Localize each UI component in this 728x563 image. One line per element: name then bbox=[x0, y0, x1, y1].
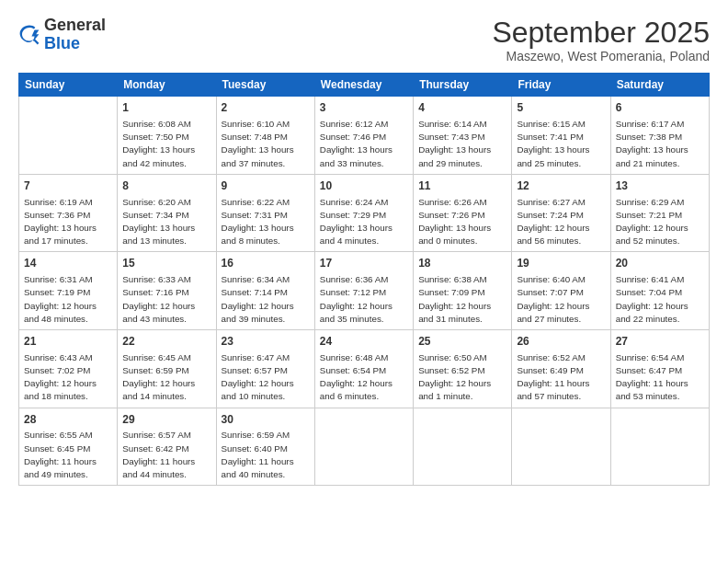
day-number: 6 bbox=[616, 100, 704, 116]
calendar-cell: 4Sunrise: 6:14 AMSunset: 7:43 PMDaylight… bbox=[414, 97, 512, 175]
calendar-cell: 29Sunrise: 6:57 AMSunset: 6:42 PMDayligh… bbox=[118, 408, 216, 486]
day-number: 26 bbox=[517, 334, 605, 350]
day-number: 17 bbox=[320, 256, 408, 271]
day-info: Sunrise: 6:52 AMSunset: 6:49 PMDaylight:… bbox=[517, 351, 605, 404]
day-info: Sunrise: 6:31 AMSunset: 7:19 PMDaylight:… bbox=[24, 273, 112, 326]
day-info: Sunrise: 6:17 AMSunset: 7:38 PMDaylight:… bbox=[616, 118, 704, 170]
calendar-cell: 8Sunrise: 6:20 AMSunset: 7:34 PMDaylight… bbox=[118, 174, 216, 252]
calendar-cell: 13Sunrise: 6:29 AMSunset: 7:21 PMDayligh… bbox=[610, 174, 709, 252]
calendar-day-header: Thursday bbox=[414, 74, 512, 97]
title-block: September 2025 Maszewo, West Pomerania, … bbox=[492, 17, 710, 63]
calendar-cell: 2Sunrise: 6:10 AMSunset: 7:48 PMDaylight… bbox=[216, 97, 314, 175]
day-info: Sunrise: 6:22 AMSunset: 7:31 PMDaylight:… bbox=[222, 196, 310, 248]
calendar-cell: 6Sunrise: 6:17 AMSunset: 7:38 PMDaylight… bbox=[610, 97, 709, 175]
logo: General Blue bbox=[18, 17, 106, 53]
calendar-day-header: Friday bbox=[512, 74, 610, 97]
calendar-cell bbox=[610, 408, 709, 486]
day-number: 25 bbox=[418, 334, 506, 350]
day-info: Sunrise: 6:08 AMSunset: 7:50 PMDaylight:… bbox=[122, 118, 210, 170]
day-info: Sunrise: 6:20 AMSunset: 7:34 PMDaylight:… bbox=[122, 196, 210, 248]
calendar-week-row: 21Sunrise: 6:43 AMSunset: 7:02 PMDayligh… bbox=[19, 330, 710, 408]
day-number: 11 bbox=[418, 178, 506, 194]
day-number: 13 bbox=[616, 178, 704, 194]
day-number: 21 bbox=[24, 334, 112, 350]
day-number: 19 bbox=[517, 256, 605, 271]
calendar-cell: 14Sunrise: 6:31 AMSunset: 7:19 PMDayligh… bbox=[19, 252, 118, 330]
day-number: 7 bbox=[24, 178, 112, 194]
day-info: Sunrise: 6:50 AMSunset: 6:52 PMDaylight:… bbox=[418, 351, 506, 404]
calendar-cell: 10Sunrise: 6:24 AMSunset: 7:29 PMDayligh… bbox=[314, 174, 413, 252]
calendar-cell: 26Sunrise: 6:52 AMSunset: 6:49 PMDayligh… bbox=[512, 330, 610, 408]
day-info: Sunrise: 6:14 AMSunset: 7:43 PMDaylight:… bbox=[418, 118, 506, 170]
calendar-day-header: Wednesday bbox=[314, 74, 413, 97]
day-info: Sunrise: 6:40 AMSunset: 7:07 PMDaylight:… bbox=[517, 273, 605, 326]
day-info: Sunrise: 6:41 AMSunset: 7:04 PMDaylight:… bbox=[616, 273, 704, 326]
day-number: 5 bbox=[517, 100, 605, 116]
calendar-cell: 17Sunrise: 6:36 AMSunset: 7:12 PMDayligh… bbox=[314, 252, 413, 330]
calendar-cell: 28Sunrise: 6:55 AMSunset: 6:45 PMDayligh… bbox=[19, 408, 118, 486]
day-number: 20 bbox=[616, 256, 704, 271]
day-info: Sunrise: 6:27 AMSunset: 7:24 PMDaylight:… bbox=[517, 196, 605, 248]
calendar-cell: 11Sunrise: 6:26 AMSunset: 7:26 PMDayligh… bbox=[414, 174, 512, 252]
calendar-cell: 3Sunrise: 6:12 AMSunset: 7:46 PMDaylight… bbox=[314, 97, 413, 175]
day-info: Sunrise: 6:48 AMSunset: 6:54 PMDaylight:… bbox=[320, 351, 408, 404]
day-number: 27 bbox=[616, 334, 704, 350]
calendar-cell: 25Sunrise: 6:50 AMSunset: 6:52 PMDayligh… bbox=[414, 330, 512, 408]
calendar-cell: 30Sunrise: 6:59 AMSunset: 6:40 PMDayligh… bbox=[216, 408, 314, 486]
day-number: 10 bbox=[320, 178, 408, 194]
calendar-cell bbox=[414, 408, 512, 486]
calendar-cell: 1Sunrise: 6:08 AMSunset: 7:50 PMDaylight… bbox=[118, 97, 216, 175]
calendar-cell: 16Sunrise: 6:34 AMSunset: 7:14 PMDayligh… bbox=[216, 252, 314, 330]
calendar-header-row: SundayMondayTuesdayWednesdayThursdayFrid… bbox=[19, 74, 710, 97]
day-number: 23 bbox=[222, 334, 310, 350]
calendar-week-row: 28Sunrise: 6:55 AMSunset: 6:45 PMDayligh… bbox=[19, 408, 710, 486]
day-info: Sunrise: 6:15 AMSunset: 7:41 PMDaylight:… bbox=[517, 118, 605, 170]
day-number: 14 bbox=[24, 256, 112, 271]
day-info: Sunrise: 6:55 AMSunset: 6:45 PMDaylight:… bbox=[24, 429, 112, 481]
day-info: Sunrise: 6:47 AMSunset: 6:57 PMDaylight:… bbox=[222, 351, 310, 404]
calendar-cell: 12Sunrise: 6:27 AMSunset: 7:24 PMDayligh… bbox=[512, 174, 610, 252]
day-number: 9 bbox=[222, 178, 310, 194]
calendar-table: SundayMondayTuesdayWednesdayThursdayFrid… bbox=[18, 73, 710, 486]
day-info: Sunrise: 6:10 AMSunset: 7:48 PMDaylight:… bbox=[222, 118, 310, 170]
calendar-cell: 7Sunrise: 6:19 AMSunset: 7:36 PMDaylight… bbox=[19, 174, 118, 252]
day-info: Sunrise: 6:19 AMSunset: 7:36 PMDaylight:… bbox=[24, 196, 112, 248]
location: Maszewo, West Pomerania, Poland bbox=[492, 49, 710, 63]
calendar-cell: 5Sunrise: 6:15 AMSunset: 7:41 PMDaylight… bbox=[512, 97, 610, 175]
calendar-day-header: Tuesday bbox=[216, 74, 314, 97]
calendar-cell bbox=[314, 408, 413, 486]
calendar-cell bbox=[512, 408, 610, 486]
day-info: Sunrise: 6:43 AMSunset: 7:02 PMDaylight:… bbox=[24, 351, 112, 404]
day-number: 29 bbox=[122, 412, 210, 428]
day-info: Sunrise: 6:34 AMSunset: 7:14 PMDaylight:… bbox=[222, 273, 310, 326]
day-info: Sunrise: 6:36 AMSunset: 7:12 PMDaylight:… bbox=[320, 273, 408, 326]
day-number: 8 bbox=[122, 178, 210, 194]
day-info: Sunrise: 6:54 AMSunset: 6:47 PMDaylight:… bbox=[616, 351, 704, 404]
day-number: 3 bbox=[320, 100, 408, 116]
day-number: 16 bbox=[222, 256, 310, 271]
calendar-cell: 24Sunrise: 6:48 AMSunset: 6:54 PMDayligh… bbox=[314, 330, 413, 408]
day-info: Sunrise: 6:12 AMSunset: 7:46 PMDaylight:… bbox=[320, 118, 408, 170]
calendar-cell: 23Sunrise: 6:47 AMSunset: 6:57 PMDayligh… bbox=[216, 330, 314, 408]
day-info: Sunrise: 6:57 AMSunset: 6:42 PMDaylight:… bbox=[122, 429, 210, 481]
day-number: 22 bbox=[122, 334, 210, 350]
day-info: Sunrise: 6:26 AMSunset: 7:26 PMDaylight:… bbox=[418, 196, 506, 248]
day-number: 2 bbox=[222, 100, 310, 116]
day-number: 15 bbox=[122, 256, 210, 271]
calendar-week-row: 1Sunrise: 6:08 AMSunset: 7:50 PMDaylight… bbox=[19, 97, 710, 175]
day-info: Sunrise: 6:33 AMSunset: 7:16 PMDaylight:… bbox=[122, 273, 210, 326]
day-info: Sunrise: 6:24 AMSunset: 7:29 PMDaylight:… bbox=[320, 196, 408, 248]
calendar-cell: 21Sunrise: 6:43 AMSunset: 7:02 PMDayligh… bbox=[19, 330, 118, 408]
calendar-cell: 19Sunrise: 6:40 AMSunset: 7:07 PMDayligh… bbox=[512, 252, 610, 330]
calendar-week-row: 7Sunrise: 6:19 AMSunset: 7:36 PMDaylight… bbox=[19, 174, 710, 252]
day-info: Sunrise: 6:45 AMSunset: 6:59 PMDaylight:… bbox=[122, 351, 210, 404]
calendar-day-header: Monday bbox=[118, 74, 216, 97]
header: General Blue September 2025 Maszewo, Wes… bbox=[18, 17, 710, 63]
logo-text: General Blue bbox=[44, 17, 106, 53]
calendar-cell bbox=[19, 97, 118, 175]
calendar-cell: 18Sunrise: 6:38 AMSunset: 7:09 PMDayligh… bbox=[414, 252, 512, 330]
calendar-day-header: Sunday bbox=[19, 74, 118, 97]
day-number: 4 bbox=[418, 100, 506, 116]
logo-icon bbox=[18, 24, 40, 46]
day-info: Sunrise: 6:59 AMSunset: 6:40 PMDaylight:… bbox=[222, 429, 310, 481]
